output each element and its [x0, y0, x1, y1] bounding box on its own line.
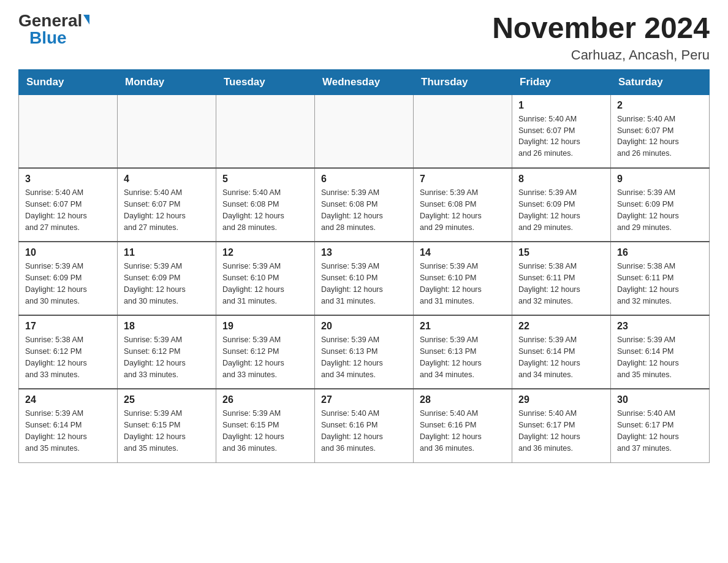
calendar-header-row: SundayMondayTuesdayWednesdayThursdayFrid…	[19, 69, 710, 94]
calendar-cell: 8Sunrise: 5:39 AMSunset: 6:09 PMDaylight…	[512, 168, 611, 242]
day-info: Sunrise: 5:39 AMSunset: 6:10 PMDaylight:…	[420, 261, 506, 307]
logo: General Blue	[18, 12, 89, 47]
day-number: 10	[25, 247, 111, 258]
day-number: 24	[25, 394, 111, 405]
calendar-cell: 15Sunrise: 5:38 AMSunset: 6:11 PMDayligh…	[512, 242, 611, 315]
calendar-cell: 13Sunrise: 5:39 AMSunset: 6:10 PMDayligh…	[315, 242, 414, 315]
day-info: Sunrise: 5:39 AMSunset: 6:09 PMDaylight:…	[617, 187, 703, 233]
day-number: 2	[617, 100, 703, 111]
calendar-cell: 4Sunrise: 5:40 AMSunset: 6:07 PMDaylight…	[118, 168, 216, 242]
day-info: Sunrise: 5:39 AMSunset: 6:08 PMDaylight:…	[420, 187, 506, 233]
day-number: 17	[25, 321, 111, 332]
day-number: 14	[420, 247, 506, 258]
month-title: November 2024	[492, 12, 710, 45]
day-number: 12	[222, 247, 308, 258]
location-text: Carhuaz, Ancash, Peru	[492, 47, 710, 63]
calendar-cell: 23Sunrise: 5:39 AMSunset: 6:14 PMDayligh…	[611, 315, 710, 389]
day-info: Sunrise: 5:40 AMSunset: 6:08 PMDaylight:…	[222, 187, 308, 233]
day-number: 28	[420, 394, 506, 405]
calendar-week-row: 24Sunrise: 5:39 AMSunset: 6:14 PMDayligh…	[19, 389, 710, 462]
calendar-table: SundayMondayTuesdayWednesdayThursdayFrid…	[18, 69, 710, 463]
day-number: 18	[124, 321, 210, 332]
calendar-cell: 1Sunrise: 5:40 AMSunset: 6:07 PMDaylight…	[512, 94, 611, 168]
day-number: 8	[518, 174, 604, 185]
calendar-cell: 9Sunrise: 5:39 AMSunset: 6:09 PMDaylight…	[611, 168, 710, 242]
calendar-cell: 25Sunrise: 5:39 AMSunset: 6:15 PMDayligh…	[118, 389, 216, 462]
calendar-cell: 18Sunrise: 5:39 AMSunset: 6:12 PMDayligh…	[118, 315, 216, 389]
day-info: Sunrise: 5:40 AMSunset: 6:07 PMDaylight:…	[617, 113, 703, 159]
logo-arrow-icon	[83, 15, 89, 25]
day-info: Sunrise: 5:40 AMSunset: 6:07 PMDaylight:…	[124, 187, 210, 233]
calendar-week-row: 3Sunrise: 5:40 AMSunset: 6:07 PMDaylight…	[19, 168, 710, 242]
day-info: Sunrise: 5:39 AMSunset: 6:14 PMDaylight:…	[617, 334, 703, 380]
day-number: 7	[420, 174, 506, 185]
calendar-cell: 24Sunrise: 5:39 AMSunset: 6:14 PMDayligh…	[19, 389, 118, 462]
logo-general-text: General	[18, 12, 82, 29]
calendar-cell: 19Sunrise: 5:39 AMSunset: 6:12 PMDayligh…	[216, 315, 315, 389]
calendar-cell	[414, 94, 512, 168]
day-number: 23	[617, 321, 703, 332]
calendar-cell: 6Sunrise: 5:39 AMSunset: 6:08 PMDaylight…	[315, 168, 414, 242]
calendar-cell: 29Sunrise: 5:40 AMSunset: 6:17 PMDayligh…	[512, 389, 611, 462]
page-header: General Blue November 2024 Carhuaz, Anca…	[18, 12, 710, 63]
day-info: Sunrise: 5:40 AMSunset: 6:16 PMDaylight:…	[321, 408, 407, 454]
day-number: 21	[420, 321, 506, 332]
day-info: Sunrise: 5:39 AMSunset: 6:12 PMDaylight:…	[222, 334, 308, 380]
day-info: Sunrise: 5:39 AMSunset: 6:10 PMDaylight:…	[222, 261, 308, 307]
calendar-cell	[19, 94, 118, 168]
day-info: Sunrise: 5:39 AMSunset: 6:14 PMDaylight:…	[518, 334, 604, 380]
logo-blue-text: Blue	[29, 29, 67, 47]
day-of-week-friday: Friday	[512, 69, 611, 94]
day-of-week-thursday: Thursday	[414, 69, 512, 94]
calendar-cell: 26Sunrise: 5:39 AMSunset: 6:15 PMDayligh…	[216, 389, 315, 462]
calendar-cell	[216, 94, 315, 168]
day-info: Sunrise: 5:39 AMSunset: 6:13 PMDaylight:…	[321, 334, 407, 380]
calendar-cell: 30Sunrise: 5:40 AMSunset: 6:17 PMDayligh…	[611, 389, 710, 462]
day-info: Sunrise: 5:38 AMSunset: 6:12 PMDaylight:…	[25, 334, 111, 380]
day-info: Sunrise: 5:39 AMSunset: 6:15 PMDaylight:…	[222, 408, 308, 454]
day-info: Sunrise: 5:39 AMSunset: 6:14 PMDaylight:…	[25, 408, 111, 454]
calendar-cell: 20Sunrise: 5:39 AMSunset: 6:13 PMDayligh…	[315, 315, 414, 389]
day-number: 15	[518, 247, 604, 258]
day-number: 22	[518, 321, 604, 332]
day-info: Sunrise: 5:40 AMSunset: 6:16 PMDaylight:…	[420, 408, 506, 454]
day-info: Sunrise: 5:39 AMSunset: 6:09 PMDaylight:…	[518, 187, 604, 233]
day-of-week-sunday: Sunday	[19, 69, 118, 94]
day-info: Sunrise: 5:39 AMSunset: 6:09 PMDaylight:…	[25, 261, 111, 307]
calendar-week-row: 1Sunrise: 5:40 AMSunset: 6:07 PMDaylight…	[19, 94, 710, 168]
calendar-cell	[118, 94, 216, 168]
day-number: 30	[617, 394, 703, 405]
day-info: Sunrise: 5:39 AMSunset: 6:10 PMDaylight:…	[321, 261, 407, 307]
day-info: Sunrise: 5:40 AMSunset: 6:07 PMDaylight:…	[25, 187, 111, 233]
calendar-cell: 5Sunrise: 5:40 AMSunset: 6:08 PMDaylight…	[216, 168, 315, 242]
day-number: 4	[124, 174, 210, 185]
day-number: 29	[518, 394, 604, 405]
day-of-week-monday: Monday	[118, 69, 216, 94]
day-number: 1	[518, 100, 604, 111]
title-section: November 2024 Carhuaz, Ancash, Peru	[492, 12, 710, 63]
day-of-week-saturday: Saturday	[611, 69, 710, 94]
day-of-week-wednesday: Wednesday	[315, 69, 414, 94]
calendar-week-row: 17Sunrise: 5:38 AMSunset: 6:12 PMDayligh…	[19, 315, 710, 389]
day-number: 9	[617, 174, 703, 185]
day-of-week-tuesday: Tuesday	[216, 69, 315, 94]
day-info: Sunrise: 5:40 AMSunset: 6:17 PMDaylight:…	[617, 408, 703, 454]
day-info: Sunrise: 5:40 AMSunset: 6:17 PMDaylight:…	[518, 408, 604, 454]
day-info: Sunrise: 5:40 AMSunset: 6:07 PMDaylight:…	[518, 113, 604, 159]
calendar-cell: 22Sunrise: 5:39 AMSunset: 6:14 PMDayligh…	[512, 315, 611, 389]
day-info: Sunrise: 5:39 AMSunset: 6:12 PMDaylight:…	[124, 334, 210, 380]
day-number: 20	[321, 321, 407, 332]
day-info: Sunrise: 5:39 AMSunset: 6:09 PMDaylight:…	[124, 261, 210, 307]
day-number: 19	[222, 321, 308, 332]
calendar-week-row: 10Sunrise: 5:39 AMSunset: 6:09 PMDayligh…	[19, 242, 710, 315]
calendar-cell: 21Sunrise: 5:39 AMSunset: 6:13 PMDayligh…	[414, 315, 512, 389]
calendar-cell: 17Sunrise: 5:38 AMSunset: 6:12 PMDayligh…	[19, 315, 118, 389]
day-number: 11	[124, 247, 210, 258]
calendar-cell	[315, 94, 414, 168]
day-number: 5	[222, 174, 308, 185]
day-number: 25	[124, 394, 210, 405]
calendar-cell: 28Sunrise: 5:40 AMSunset: 6:16 PMDayligh…	[414, 389, 512, 462]
day-number: 13	[321, 247, 407, 258]
day-number: 6	[321, 174, 407, 185]
calendar-cell: 27Sunrise: 5:40 AMSunset: 6:16 PMDayligh…	[315, 389, 414, 462]
